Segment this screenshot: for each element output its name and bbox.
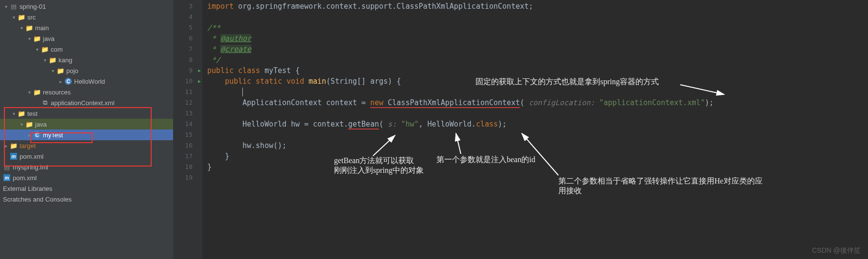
tree-label: main bbox=[35, 24, 49, 32]
tree-node-pom2[interactable]: m pom.xml bbox=[0, 172, 173, 183]
tree-node-mytest[interactable]: ▸ C myTest bbox=[0, 130, 173, 140]
excluded-folder-icon: 📁 bbox=[10, 142, 18, 149]
line-gutter: 3 4 5 6 7 8 9▶ 10▶ 11 12 13 14 15 16 17 … bbox=[173, 0, 202, 259]
tree-node-pojo[interactable]: ▾ 📁 pojo bbox=[0, 65, 173, 76]
code-line bbox=[207, 108, 868, 119]
gutter-line: 17 bbox=[173, 151, 202, 162]
tree-node-src[interactable]: ▾ 📁 src bbox=[0, 12, 173, 22]
gutter-line: 16 bbox=[173, 140, 202, 151]
tree-label: target bbox=[20, 142, 36, 149]
run-gutter-icon[interactable]: ▶ bbox=[198, 76, 201, 87]
code-line bbox=[207, 130, 868, 140]
module-icon: ▤ bbox=[10, 3, 18, 10]
tree-label: applicationContext.xml bbox=[51, 99, 115, 107]
tree-node-scratches[interactable]: Scratches and Consoles bbox=[0, 194, 173, 204]
gutter-line: 18 bbox=[173, 162, 202, 172]
code-line: import org.springframework.context.suppo… bbox=[207, 1, 868, 12]
code-line bbox=[207, 12, 868, 22]
tree-node-kang[interactable]: ▾ 📁 kang bbox=[0, 55, 173, 65]
code-line bbox=[207, 87, 868, 97]
tree-node-test[interactable]: ▾ 📁 test bbox=[0, 108, 173, 119]
project-sidebar: ▾ ▤ spring-01 ▾ 📁 src ▾ 📁 main ▾ 📁 java … bbox=[0, 0, 173, 259]
tree-node-resources[interactable]: ▾ 📁 resources bbox=[0, 87, 173, 97]
maven-icon: m bbox=[3, 174, 11, 181]
file-icon: ▤ bbox=[3, 164, 11, 171]
code-editor[interactable]: 3 4 5 6 7 8 9▶ 10▶ 11 12 13 14 15 16 17 … bbox=[173, 0, 868, 259]
package-icon: 📁 bbox=[49, 56, 57, 64]
maven-icon: m bbox=[10, 153, 18, 160]
run-gutter-icon[interactable]: ▶ bbox=[198, 65, 201, 76]
code-line: } bbox=[207, 151, 868, 162]
tree-node-pom[interactable]: m pom.xml bbox=[0, 151, 173, 162]
tree-node-spring01[interactable]: ▾ ▤ spring-01 bbox=[0, 1, 173, 12]
folder-icon: 📁 bbox=[18, 110, 25, 117]
code-line: hw.show(); bbox=[207, 140, 868, 151]
gutter-line: 15 bbox=[173, 130, 202, 140]
tree-label: pom.xml bbox=[13, 174, 37, 182]
class-icon: C bbox=[64, 78, 72, 85]
tree-label: pom.xml bbox=[20, 153, 43, 160]
tree-label: src bbox=[27, 14, 36, 21]
tree-label: External Libraries bbox=[3, 185, 52, 192]
tree-label: myspring.iml bbox=[13, 164, 48, 171]
tree-label: kang bbox=[59, 56, 72, 64]
tree-node-main[interactable]: ▾ 📁 main bbox=[0, 22, 173, 33]
code-line: HelloWorld hw = context.getBean( s: "hw"… bbox=[207, 119, 868, 130]
class-icon: C bbox=[33, 131, 41, 138]
tree-label: pojo bbox=[66, 67, 79, 74]
gutter-line: 19 bbox=[173, 172, 202, 183]
folder-icon: 📁 bbox=[25, 24, 33, 32]
tree-label: Scratches and Consoles bbox=[3, 196, 72, 203]
xml-file-icon: ⧉ bbox=[41, 99, 49, 107]
gutter-line: 3 bbox=[173, 1, 202, 12]
gutter-line: 7 bbox=[173, 44, 202, 55]
tree-node-iml[interactable]: ▤ myspring.iml bbox=[0, 162, 173, 172]
code-line: */ bbox=[207, 55, 868, 65]
tree-node-java-test[interactable]: ▾ 📁 java bbox=[0, 119, 173, 130]
gutter-line: 12 bbox=[173, 97, 202, 108]
code-line: public class myTest { bbox=[207, 65, 868, 76]
test-source-folder-icon: 📁 bbox=[25, 121, 33, 128]
tree-label: resources bbox=[43, 89, 71, 96]
annotation-text-4: 第二个参数相当于省略了强转操作让它直接用He对应类的应用接收 bbox=[558, 176, 763, 196]
tree-node-helloworld[interactable]: ▸ C HelloWorld bbox=[0, 76, 173, 87]
tree-label: HelloWorld bbox=[74, 78, 105, 85]
watermark: CSDN @後伴笙 bbox=[812, 246, 861, 255]
code-line: * @author bbox=[207, 33, 868, 44]
folder-icon: 📁 bbox=[18, 14, 25, 21]
resources-folder-icon: 📁 bbox=[33, 89, 41, 96]
tree-label: java bbox=[43, 35, 55, 42]
tree-node-extlibs[interactable]: External Libraries bbox=[0, 183, 173, 194]
gutter-line: 6 bbox=[173, 33, 202, 44]
code-line: public static void main(String[] args) { bbox=[207, 76, 868, 87]
tree-label: spring-01 bbox=[20, 3, 46, 10]
tree-label: com bbox=[51, 46, 63, 53]
gutter-line: 14 bbox=[173, 119, 202, 130]
tree-label: java bbox=[35, 121, 47, 128]
gutter-line: 8 bbox=[173, 55, 202, 65]
tree-node-com[interactable]: ▾ 📁 com bbox=[0, 44, 173, 55]
tree-node-java-main[interactable]: ▾ 📁 java bbox=[0, 33, 173, 44]
gutter-line: 4 bbox=[173, 12, 202, 22]
tree-node-target[interactable]: ▸ 📁 target bbox=[0, 140, 173, 151]
code-line: * @create bbox=[207, 44, 868, 55]
gutter-line: 5 bbox=[173, 22, 202, 33]
gutter-line: 10▶ bbox=[173, 76, 202, 87]
package-icon: 📁 bbox=[57, 67, 64, 74]
tree-node-appctx[interactable]: ⧉ applicationContext.xml bbox=[0, 97, 173, 108]
gutter-line: 13 bbox=[173, 108, 202, 119]
gutter-line: 9▶ bbox=[173, 65, 202, 76]
code-area[interactable]: import org.springframework.context.suppo… bbox=[202, 0, 868, 259]
package-icon: 📁 bbox=[41, 46, 49, 53]
source-folder-icon: 📁 bbox=[33, 35, 41, 42]
gutter-line: 11 bbox=[173, 87, 202, 97]
code-line: ApplicationContext context = new ClassPa… bbox=[207, 97, 868, 108]
tree-label: myTest bbox=[43, 131, 63, 139]
code-line: /** bbox=[207, 22, 868, 33]
code-line: } bbox=[207, 162, 868, 172]
tree-label: test bbox=[27, 110, 38, 117]
